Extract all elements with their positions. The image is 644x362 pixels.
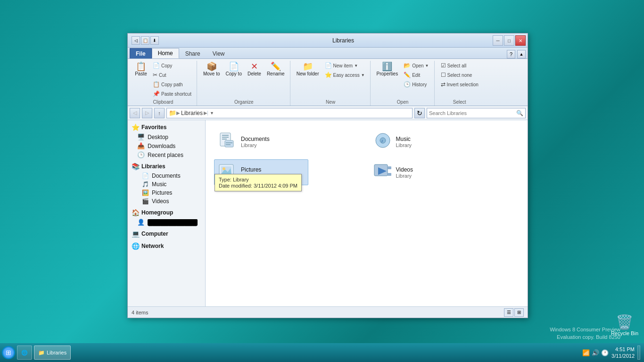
sidebar-item-videos[interactable]: 🎬 Videos [128, 197, 205, 206]
sidebar-computer-header[interactable]: 💻 Computer [128, 229, 205, 239]
new-folder-button[interactable]: 📁 New folder [294, 61, 322, 78]
show-desktop-button[interactable] [637, 346, 640, 360]
music-file-name: Music [396, 136, 412, 142]
quick-access-newitem[interactable]: ⬇ [150, 36, 159, 45]
file-item-pictures[interactable]: Pictures Library Type: Library Date modi… [214, 159, 308, 185]
item-count: 4 items [132, 310, 148, 315]
copy-icon: 📄 [153, 62, 160, 69]
select-all-button[interactable]: ☑ Select all [438, 61, 481, 70]
open-button[interactable]: 📂 Open ▼ [401, 61, 431, 70]
move-to-button[interactable]: 📦 Move to [201, 61, 223, 78]
maximize-button[interactable]: □ [504, 35, 514, 46]
refresh-button[interactable]: ↻ [414, 108, 425, 118]
easy-access-button[interactable]: ⭐ Easy access ▼ [322, 70, 367, 80]
videos-file-info: Videos Library [396, 166, 413, 179]
pictures-file-info: Pictures Library [241, 166, 261, 179]
select-all-icon: ☑ [441, 62, 446, 69]
search-box[interactable]: 🔍 [427, 108, 526, 118]
sidebar-item-desktop[interactable]: 🖥️ Desktop [128, 132, 205, 141]
select-all-label: Select all [447, 63, 467, 68]
sidebar-network-header[interactable]: 🌐 Network [128, 241, 205, 251]
file-item-documents[interactable]: Documents Library [214, 129, 308, 155]
tab-home[interactable]: Home [152, 48, 179, 58]
copy-button[interactable]: 📄 Copy [150, 61, 194, 70]
svg-point-13 [223, 167, 225, 170]
properties-button[interactable]: ℹ️ Properties [374, 61, 401, 78]
tab-view[interactable]: View [206, 48, 231, 58]
taskbar: ⊞ 🌐 📁 Libraries 📶 🔊 🕐 4:51 PM 3/11/2012 [0, 343, 644, 362]
watermark-line1: Windows 8 Consumer Preview [550, 326, 620, 333]
rename-button[interactable]: ✏️ Rename [264, 61, 287, 78]
speaker-sys-icon[interactable]: 🔊 [592, 349, 599, 356]
computer-icon: 💻 [132, 230, 140, 238]
up-button[interactable]: ↑ [154, 108, 165, 118]
sidebar-item-documents[interactable]: 📄 Documents [128, 172, 205, 180]
sidebar-item-pictures[interactable]: 🖼️ Pictures [128, 189, 205, 197]
search-input[interactable] [429, 110, 514, 116]
sidebar-favorites-header[interactable]: ⭐ Favorites [128, 122, 205, 132]
cut-button[interactable]: ✂ Cut [150, 70, 194, 80]
back-button[interactable]: ◁ [130, 108, 140, 118]
delete-button[interactable]: ✕ Delete [245, 61, 264, 78]
status-bar: 4 items ☰ ⊞ [128, 306, 528, 318]
new-label: New [326, 99, 335, 105]
ribbon-group-select: ☑ Select all ☐ Select none ⇄ Invert sele… [436, 61, 484, 106]
ribbon-group-new: 📁 New folder 📄 New item ▼ ⭐ Easy access … [291, 61, 371, 106]
sidebar-item-downloads[interactable]: 📥 Downloads [128, 141, 205, 150]
sidebar-item-music[interactable]: 🎵 Music [128, 180, 205, 189]
new-item-button[interactable]: 📄 New item ▼ [322, 61, 367, 70]
file-item-videos[interactable]: Videos Library [369, 159, 463, 185]
edit-button[interactable]: ✏️ Edit [401, 70, 431, 80]
taskbar-explorer[interactable]: 📁 Libraries [34, 346, 71, 360]
libraries-label: Libraries [141, 163, 165, 170]
address-box[interactable]: 📁 ▶ Libraries ▶ ▼ [166, 108, 413, 118]
close-button[interactable]: ✕ [515, 35, 526, 46]
sidebar-homegroup-user[interactable]: 👤 ████████████ [128, 218, 205, 227]
quick-access-back[interactable]: ◁ [132, 36, 140, 45]
forward-button[interactable]: ▷ [142, 108, 152, 118]
help-icon[interactable]: ? [507, 50, 515, 58]
sidebar-videos-label: Videos [152, 198, 169, 205]
invert-selection-button[interactable]: ⇄ Invert selection [438, 80, 481, 89]
pictures-file-name: Pictures [241, 166, 261, 173]
large-icons-view-button[interactable]: ⊞ [514, 308, 524, 317]
network-sys-icon[interactable]: 📶 [582, 349, 590, 356]
homegroup-user-label: ████████████ [148, 219, 198, 226]
start-button[interactable]: ⊞ [2, 346, 15, 359]
search-icon[interactable]: 🔍 [516, 110, 523, 116]
new-item-label: New item [333, 63, 353, 68]
select-none-button[interactable]: ☐ Select none [438, 70, 481, 80]
paste-shortcut-label: Paste shortcut [161, 91, 191, 97]
videos-file-icon [373, 163, 392, 182]
quick-access-properties[interactable]: 📋 [141, 36, 149, 45]
paste-button[interactable]: 📋 Paste [132, 61, 149, 78]
breadcrumb-libraries[interactable]: Libraries [181, 110, 203, 116]
clock-time: 4:51 PM [611, 346, 635, 353]
sidebar-libraries-header[interactable]: 📚 Libraries [128, 161, 205, 172]
select-none-label: Select none [447, 73, 472, 78]
sidebar-homegroup-header[interactable]: 🏠 Homegroup [128, 207, 205, 218]
taskbar-ie[interactable]: 🌐 [17, 346, 32, 360]
copy-label: Copy [161, 63, 172, 68]
minimize-button[interactable]: ─ [493, 35, 503, 46]
ribbon-up-icon[interactable]: ▲ [517, 50, 526, 58]
ribbon-group-clipboard: 📋 Paste 📄 Copy ✂ Cut 📋 [130, 61, 197, 106]
file-item-music[interactable]: ♪ Music Library [369, 129, 463, 155]
tab-file[interactable]: File [130, 48, 152, 58]
edit-label: Edit [412, 73, 420, 78]
desktop-label: Desktop [148, 134, 168, 140]
tab-share[interactable]: Share [179, 48, 206, 58]
file-area[interactable]: Documents Library ♪ [206, 120, 528, 306]
select-none-icon: ☐ [441, 72, 446, 78]
details-view-button[interactable]: ☰ [504, 308, 513, 317]
clipboard-col: 📄 Copy ✂ Cut 📋 Copy path 📌 [150, 61, 194, 99]
copy-path-button[interactable]: 📋 Copy path [150, 80, 194, 89]
sidebar-item-recent[interactable]: 🕒 Recent places [128, 150, 205, 159]
ie-icon: 🌐 [21, 350, 28, 356]
paste-shortcut-button[interactable]: 📌 Paste shortcut [150, 89, 194, 99]
copy-to-button[interactable]: 📄 Copy to [223, 61, 244, 78]
history-button[interactable]: 🕒 History [401, 80, 431, 89]
documents-file-info: Documents Library [241, 136, 270, 148]
address-dropdown-btn[interactable]: ▼ [207, 111, 215, 115]
address-folder-icon: 📁 [169, 109, 176, 116]
